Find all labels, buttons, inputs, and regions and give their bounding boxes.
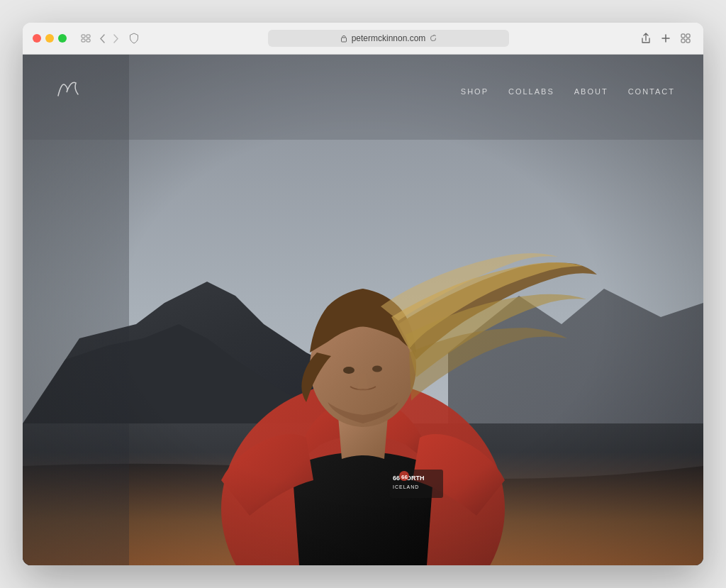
new-tab-button[interactable] <box>658 32 674 45</box>
svg-rect-6 <box>686 34 690 38</box>
back-button[interactable] <box>96 33 108 45</box>
svg-rect-7 <box>681 39 685 43</box>
window-icon[interactable] <box>78 32 94 45</box>
close-button[interactable] <box>33 34 41 43</box>
nav-collabs[interactable]: COLLABS <box>508 87 554 96</box>
svg-rect-4 <box>341 38 346 42</box>
svg-rect-1 <box>86 35 90 38</box>
maximize-button[interactable] <box>58 34 67 43</box>
reload-icon[interactable] <box>430 35 437 42</box>
svg-rect-5 <box>681 34 685 38</box>
share-button[interactable] <box>638 31 654 45</box>
website-content: 66 NORTH ICELAND 66 <box>23 55 703 565</box>
hero-svg: 66 NORTH ICELAND 66 <box>23 55 703 565</box>
minimize-button[interactable] <box>45 34 54 43</box>
security-icon <box>129 33 139 44</box>
svg-rect-0 <box>82 35 85 38</box>
browser-chrome: petermckinnon.com <box>23 23 703 55</box>
svg-rect-3 <box>86 39 90 42</box>
traffic-lights <box>33 34 67 43</box>
svg-rect-8 <box>686 39 690 43</box>
site-navigation: SHOP COLLABS ABOUT CONTACT <box>23 55 703 128</box>
nav-shop[interactable]: SHOP <box>461 87 488 96</box>
browser-controls <box>78 32 122 45</box>
browser-window: petermckinnon.com <box>23 23 703 565</box>
site-logo[interactable] <box>51 74 94 108</box>
browser-right-controls <box>638 31 693 45</box>
nav-about[interactable]: ABOUT <box>574 87 608 96</box>
lock-icon <box>340 34 347 43</box>
address-bar[interactable]: petermckinnon.com <box>268 30 509 47</box>
url-text: petermckinnon.com <box>352 33 426 43</box>
site-menu: SHOP COLLABS ABOUT CONTACT <box>461 87 675 96</box>
forward-button[interactable] <box>111 33 122 45</box>
address-bar-container: petermckinnon.com <box>146 30 631 47</box>
grid-view-button[interactable] <box>678 32 693 45</box>
nav-contact[interactable]: CONTACT <box>628 87 675 96</box>
hero-image: 66 NORTH ICELAND 66 <box>23 55 703 565</box>
svg-rect-2 <box>82 39 85 42</box>
